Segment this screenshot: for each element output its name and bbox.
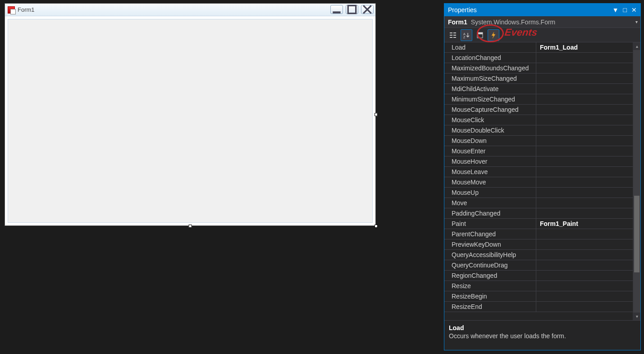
- event-row[interactable]: ParentChanged: [444, 229, 633, 239]
- form-client-area[interactable]: [8, 19, 373, 223]
- form-title-text: Form1: [18, 6, 35, 13]
- event-name: Load: [444, 42, 536, 52]
- chevron-down-icon[interactable]: ▾: [635, 19, 638, 24]
- panel-dropdown-icon[interactable]: ▼: [612, 6, 619, 14]
- event-row[interactable]: LoadForm1_Load: [444, 42, 633, 53]
- event-row[interactable]: MinimumSizeChanged: [444, 94, 633, 105]
- alphabetical-button[interactable]: AZ: [461, 29, 472, 41]
- properties-toolbar: AZ Events: [444, 28, 640, 42]
- event-row[interactable]: ResizeBegin: [444, 291, 633, 302]
- event-row[interactable]: Move: [444, 198, 633, 208]
- svg-rect-0: [333, 11, 340, 13]
- event-row[interactable]: MouseHover: [444, 156, 633, 167]
- scroll-up-icon[interactable]: ▴: [633, 42, 640, 50]
- event-row[interactable]: MouseMove: [444, 177, 633, 188]
- description-name: Load: [449, 324, 636, 331]
- event-name: QueryContinueDrag: [444, 260, 536, 270]
- event-row[interactable]: PreviewKeyDown: [444, 239, 633, 250]
- event-name: MaximizedBoundsChanged: [444, 63, 536, 73]
- event-row[interactable]: MouseEnter: [444, 146, 633, 156]
- event-row[interactable]: MouseUp: [444, 188, 633, 198]
- event-name: ResizeBegin: [444, 291, 536, 301]
- event-row[interactable]: MouseClick: [444, 115, 633, 125]
- event-row[interactable]: MouseLeave: [444, 167, 633, 177]
- event-name: LocationChanged: [444, 53, 536, 63]
- event-name: MouseDown: [444, 136, 536, 146]
- resize-handle-south[interactable]: [189, 225, 192, 228]
- event-name: MouseLeave: [444, 167, 536, 177]
- scroll-down-icon[interactable]: ▾: [633, 313, 640, 320]
- event-name: QueryAccessibilityHelp: [444, 250, 536, 260]
- event-name: PaddingChanged: [444, 208, 536, 218]
- object-name: Form1: [448, 18, 467, 26]
- svg-rect-4: [450, 37, 452, 38]
- event-name: MouseClick: [444, 115, 536, 125]
- properties-panel: Properties ▼ □ ✕ Form1 System.Windows.Fo…: [444, 3, 641, 350]
- event-row[interactable]: MdiChildActivate: [444, 84, 633, 94]
- svg-text:A: A: [463, 32, 466, 36]
- event-name: MouseDoubleClick: [444, 125, 536, 135]
- svg-text:Z: Z: [463, 36, 466, 39]
- event-name: MdiChildActivate: [444, 84, 536, 94]
- properties-title: Properties: [448, 6, 477, 14]
- event-name: RegionChanged: [444, 271, 536, 280]
- resize-handle-southeast[interactable]: [375, 225, 378, 228]
- event-name: Move: [444, 198, 536, 208]
- svg-rect-11: [477, 32, 483, 34]
- maximize-button[interactable]: [346, 5, 358, 14]
- svg-rect-2: [450, 32, 452, 33]
- events-view-button[interactable]: [488, 29, 499, 41]
- event-row[interactable]: LocationChanged: [444, 53, 633, 63]
- description-pane: Load Occurs whenever the user loads the …: [444, 320, 640, 350]
- event-row[interactable]: QueryAccessibilityHelp: [444, 250, 633, 260]
- annotation-label: Events: [504, 27, 538, 38]
- properties-view-button[interactable]: [474, 29, 486, 41]
- event-name: PreviewKeyDown: [444, 239, 536, 249]
- panel-close-icon[interactable]: ✕: [631, 6, 637, 14]
- event-row[interactable]: Resize: [444, 281, 633, 291]
- event-value[interactable]: Form1_Paint: [536, 220, 633, 227]
- event-name: MouseMove: [444, 177, 536, 187]
- event-name: MaximumSizeChanged: [444, 74, 536, 83]
- event-row[interactable]: PaddingChanged: [444, 208, 633, 219]
- event-name: Paint: [444, 219, 536, 229]
- event-name: Resize: [444, 281, 536, 291]
- event-name: MouseEnter: [444, 146, 536, 156]
- svg-rect-3: [450, 35, 452, 36]
- event-row[interactable]: MaximumSizeChanged: [444, 74, 633, 84]
- event-row[interactable]: QueryContinueDrag: [444, 260, 633, 271]
- resize-handle-east[interactable]: [375, 113, 378, 116]
- events-grid[interactable]: LoadForm1_LoadLocationChangedMaximizedBo…: [444, 42, 633, 320]
- event-name: ResizeEnd: [444, 302, 536, 312]
- event-row[interactable]: RegionChanged: [444, 271, 633, 281]
- event-name: MouseHover: [444, 156, 536, 166]
- event-name: MinimumSizeChanged: [444, 94, 536, 104]
- event-row[interactable]: MouseCaptureChanged: [444, 105, 633, 115]
- form-titlebar: Form1: [5, 4, 375, 16]
- categorized-button[interactable]: [447, 29, 459, 41]
- minimize-button[interactable]: [330, 5, 343, 14]
- event-name: MouseCaptureChanged: [444, 105, 536, 115]
- description-text: Occurs whenever the user loads the form.: [449, 332, 636, 340]
- svg-rect-1: [348, 5, 356, 13]
- window-buttons: [330, 5, 374, 14]
- svg-rect-7: [453, 37, 456, 38]
- scroll-thumb[interactable]: [634, 196, 639, 272]
- object-type: System.Windows.Forms.Form: [471, 18, 555, 26]
- designer-canvas[interactable]: Form1: [5, 3, 376, 228]
- object-selector[interactable]: Form1 System.Windows.Forms.Form ▾: [444, 16, 640, 28]
- event-row[interactable]: MouseDown: [444, 136, 633, 146]
- event-row[interactable]: MouseDoubleClick: [444, 125, 633, 136]
- event-row[interactable]: MaximizedBoundsChanged: [444, 63, 633, 74]
- scrollbar[interactable]: ▴ ▾: [633, 42, 640, 320]
- form-icon: [8, 6, 15, 14]
- event-value[interactable]: Form1_Load: [536, 44, 633, 51]
- event-name: ParentChanged: [444, 229, 536, 239]
- close-button[interactable]: [361, 5, 374, 14]
- form-preview[interactable]: Form1: [5, 3, 376, 226]
- event-row[interactable]: PaintForm1_Paint: [444, 219, 633, 229]
- event-row[interactable]: ResizeEnd: [444, 302, 633, 312]
- panel-maximize-icon[interactable]: □: [623, 6, 627, 14]
- svg-rect-5: [453, 32, 456, 33]
- properties-titlebar[interactable]: Properties ▼ □ ✕: [444, 4, 640, 16]
